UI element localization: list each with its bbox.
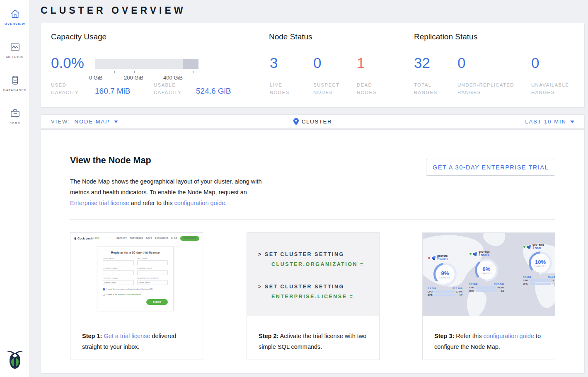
sidebar-item-label: OVERVIEW: [5, 22, 25, 26]
sidebar-item-label: METRICS: [6, 55, 24, 59]
step2-caption: Step 2: Activate the trial license with …: [259, 331, 370, 352]
cpu-sparkline: [476, 286, 496, 289]
live-nodes-label: LIVENODES: [270, 81, 289, 96]
enterprise-trial-license-link[interactable]: Enterprise trial license: [70, 200, 129, 206]
sidebar: OVERVIEW METRICS DATABASES JOBS: [0, 0, 30, 377]
qps-sparkline: [434, 294, 455, 296]
total-ranges-count: 32: [414, 55, 430, 71]
cluster-breadcrumb: CLUSTER: [41, 115, 584, 128]
sidebar-item-jobs[interactable]: JOBS: [0, 99, 30, 133]
section-description: The Node Map shows the geographical layo…: [70, 176, 265, 208]
sidebar-item-databases[interactable]: DATABASES: [0, 66, 30, 99]
briefcase-icon: [10, 108, 21, 119]
capacity-bar-chart: [95, 59, 198, 69]
used-capacity-label: USEDCAPACITY: [51, 81, 79, 96]
step1-card: CockroachLABS PRODUCTCUSTOMERSDOCSRESOUR…: [70, 232, 203, 360]
last-name-field: [137, 260, 168, 265]
node-status-title: Node Status: [269, 32, 312, 41]
node-map-panel: View the Node Map The Node Map shows the…: [41, 129, 585, 374]
configuration-guide-link[interactable]: configuration guide: [483, 333, 534, 339]
replication-status-title: Replication Status: [414, 32, 477, 41]
axis-tick-label: 400 GiB: [163, 75, 183, 81]
live-nodes-count: 3: [270, 55, 278, 71]
under-replicated-ranges-count: 0: [457, 55, 465, 71]
capacity-bar-nonusable-segment: [183, 59, 198, 69]
sidebar-item-label: DATABASES: [3, 88, 27, 92]
submit-button: SUBMIT: [146, 299, 168, 305]
dead-nodes-label: DEADNODES: [357, 81, 376, 96]
step1-caption: Step 1: Get a trial license delivered st…: [82, 331, 193, 352]
trial-registration-form: Register for a 30-day trial license FIRS…: [97, 246, 174, 311]
cluster-summary-panel: Capacity Usage 0.0% 0 GiB 200 GiB 400 Gi…: [41, 23, 585, 108]
email-updates-checkbox: [103, 288, 105, 290]
cluster-label: CLUSTER: [302, 118, 332, 125]
database-icon: [10, 75, 21, 86]
used-capacity-value: 160.7 MiB: [95, 87, 131, 96]
nodes-icon: [473, 252, 477, 256]
map-pin-icon: [293, 118, 299, 125]
website-nav: PRODUCTCUSTOMERSDOCSRESOURCESBLOG DOWNLO…: [116, 236, 199, 241]
company-name-field: [103, 270, 134, 275]
nodes-icon: [432, 256, 436, 260]
capacity-donut: 9%CAPACITY: [433, 263, 457, 286]
license-agreement-checkbox: [103, 294, 105, 296]
metrics-chart-icon: [10, 41, 21, 53]
status-dot-green: [469, 252, 472, 255]
cockroach-labs-logo: [5, 348, 24, 371]
nodes-icon: [527, 245, 531, 249]
get-enterprise-trial-button[interactable]: GET A 30-DAY ENTERPRISE TRIAL: [426, 159, 555, 176]
node-map-preview-image: geo=sfo2 Nodes 9%CAPACITY 3.2 GiB35.1 Gi…: [423, 233, 555, 316]
cockroach-bug-icon: [74, 237, 77, 240]
node-locality-sfo: geo=sfo2 Nodes 9%CAPACITY 3.2 GiB35.1 Gi…: [428, 254, 462, 296]
get-trial-license-link[interactable]: Get a trial license: [104, 333, 150, 339]
section-title: View the Node Map: [70, 155, 151, 166]
cpu-sparkline: [434, 290, 455, 293]
cpu-sparkline: [530, 279, 550, 282]
trial-license-website-screenshot: CockroachLABS PRODUCTCUSTOMERSDOCSRESOUR…: [70, 233, 203, 326]
qps-sparkline: [530, 283, 551, 285]
qps-sparkline: [476, 290, 497, 292]
divider: [70, 219, 555, 220]
download-button: DOWNLOAD: [180, 236, 199, 241]
node-locality-ams: geo=ams1 Node 10%CAPACITY 3.6 GiB36.4 Gi…: [523, 243, 555, 285]
project-phase-select: Please Select: [103, 280, 134, 285]
unavailable-ranges-label: UNAVAILABLERANGES: [531, 81, 569, 96]
capacity-used-percent: 0.0%: [51, 55, 84, 71]
axis-tick-label: 200 GiB: [124, 75, 143, 81]
time-range-dropdown[interactable]: LAST 10 MIN: [525, 115, 574, 128]
sql-code-block: > SET CLUSTER SETTING CLUSTER.ORGANIZATI…: [247, 233, 379, 316]
home-icon: [10, 8, 21, 19]
chevron-down-icon: [570, 121, 574, 123]
capacity-donut: 6%CAPACITY: [475, 259, 498, 282]
first-name-field: [103, 260, 134, 265]
status-dot-red: [428, 256, 431, 259]
reason-for-interest-select: Please Select: [137, 280, 168, 285]
axis-tick-label: 0 GiB: [89, 75, 103, 81]
usable-capacity-label: USABLECAPACITY: [154, 81, 181, 96]
capacity-bar-axis: [95, 71, 198, 73]
company-email-field: [137, 270, 168, 275]
suspect-nodes-label: SUSPECTNODES: [313, 81, 339, 96]
usable-capacity-value: 524.6 GiB: [196, 87, 231, 96]
view-bar: VIEW: NODE MAP CLUSTER LAST 10 MIN: [41, 114, 585, 129]
step3-caption: Step 3: Refer this configuration guide t…: [434, 331, 545, 352]
sidebar-item-metrics[interactable]: METRICS: [0, 33, 30, 66]
page-title: CLUSTER OVERVIEW: [41, 5, 186, 16]
capacity-usage-title: Capacity Usage: [51, 32, 106, 41]
capacity-donut: 10%CAPACITY: [529, 251, 552, 275]
sidebar-item-overview[interactable]: OVERVIEW: [0, 0, 30, 33]
step2-card: > SET CLUSTER SETTING CLUSTER.ORGANIZATI…: [247, 232, 380, 360]
configuration-guide-link[interactable]: configuration guide: [174, 200, 225, 206]
dead-nodes-count: 1: [357, 55, 365, 71]
suspect-nodes-count: 0: [313, 55, 321, 71]
cockroach-labs-wordmark: CockroachLABS: [74, 237, 99, 240]
time-range-value: LAST 10 MIN: [525, 118, 566, 125]
under-replicated-ranges-label: UNDER-REPLICATEDRANGES: [457, 81, 514, 96]
form-title: Register for a 30-day trial license: [103, 251, 168, 254]
step3-card: geo=sfo2 Nodes 9%CAPACITY 3.2 GiB35.1 Gi…: [422, 232, 555, 360]
status-dot-green: [523, 245, 526, 248]
sidebar-item-label: JOBS: [10, 121, 20, 125]
unavailable-ranges-count: 0: [531, 55, 539, 71]
node-locality-nyc: geo=nyc2 Nodes 6%CAPACITY 3.7 GiB65.7 Gi…: [469, 250, 504, 292]
total-ranges-label: TOTALRANGES: [414, 81, 437, 96]
